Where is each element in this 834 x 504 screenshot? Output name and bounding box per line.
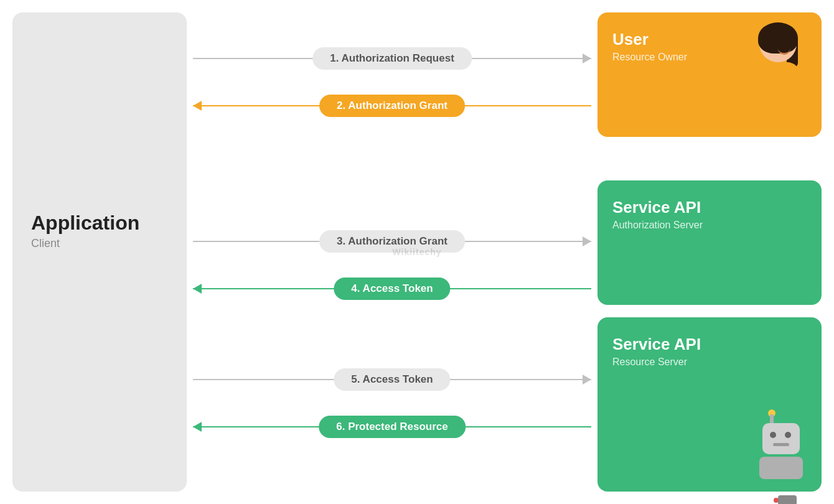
arrow3: 3. Authorization Grant — [193, 228, 591, 255]
avatar-body — [756, 62, 800, 87]
service-api-auth-title: Service API — [612, 198, 807, 217]
arrow2-arrowhead — [193, 101, 202, 111]
client-label: Application Client — [31, 212, 139, 250]
user-box: User Resource Owner — [597, 12, 822, 137]
arrow1-pill: 1. Authorization Request — [312, 47, 472, 70]
service-api-res-subtitle: Resource Server — [612, 357, 807, 368]
avatar-eye-right — [784, 41, 788, 45]
service-api-res-title: Service API — [612, 335, 807, 354]
client-title: Application — [31, 212, 139, 235]
arrow3-arrowhead — [583, 236, 591, 246]
avatar-eye-left — [773, 41, 777, 45]
arrow6-row: 6. Protected Resource — [193, 413, 591, 441]
service-api-auth-subtitle: Authorization Server — [612, 220, 807, 231]
arrow5-pill: 5. Access Token — [334, 368, 450, 391]
service-api-res-box: Service API Resource Server — [597, 317, 822, 492]
robot-eye-left — [770, 432, 776, 438]
arrow2-row: 2. Authorization Grant — [193, 92, 591, 119]
arrow1-arrowhead — [583, 54, 591, 63]
arrow1: 1. Authorization Request — [193, 45, 591, 72]
arrow6-pill: 6. Protected Resource — [319, 416, 466, 438]
arrow4-row: 4. Access Token — [193, 275, 591, 302]
arrow5-row: 5. Access Token — [193, 366, 591, 393]
arrow3-row: 3. Authorization Grant — [193, 228, 591, 255]
robot-eye-right — [785, 432, 791, 438]
arrow6: 6. Protected Resource — [193, 413, 591, 441]
robot-head — [762, 423, 800, 454]
service-api-auth-box: Service API Authorization Server — [597, 180, 822, 305]
robot-avatar — [753, 423, 809, 485]
robot-body — [759, 457, 803, 479]
client-subtitle: Client — [31, 237, 139, 250]
arrow4: 4. Access Token — [193, 275, 591, 302]
arrow2: 2. Authorization Grant — [193, 92, 591, 119]
arrow3-pill: 3. Authorization Grant — [319, 230, 465, 253]
arrow5-arrowhead — [583, 375, 591, 385]
robot-panel — [778, 495, 797, 504]
arrow4-arrowhead — [193, 284, 202, 294]
arrow5: 5. Access Token — [193, 366, 591, 393]
client-panel — [12, 12, 187, 492]
robot-antenna — [770, 414, 774, 423]
avatar-smile — [778, 49, 790, 55]
arrow2-pill: 2. Authorization Grant — [319, 95, 465, 117]
user-avatar — [753, 25, 803, 87]
robot-mouth — [773, 443, 789, 446]
arrow6-arrowhead — [193, 422, 202, 432]
arrow4-pill: 4. Access Token — [334, 278, 450, 300]
arrow1-row: 1. Authorization Request — [193, 45, 591, 72]
